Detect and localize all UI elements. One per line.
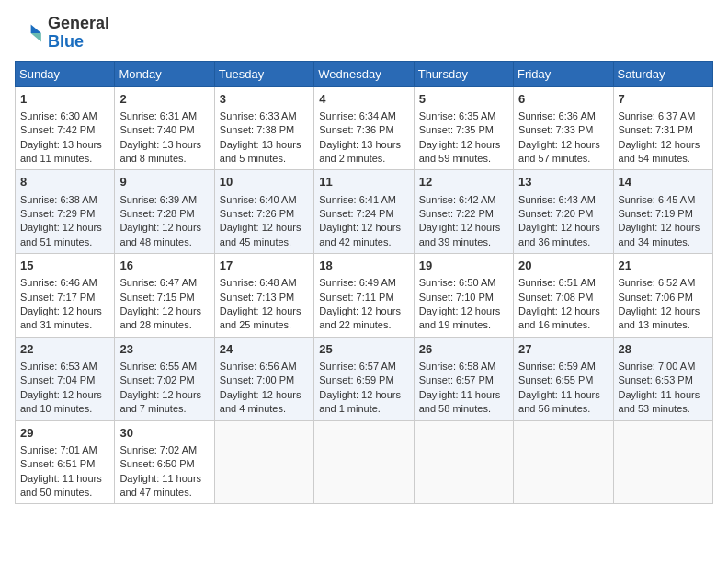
day-info: Daylight: 12 hours and 36 minutes. (518, 222, 600, 247)
table-row: 30Sunrise: 7:02 AMSunset: 6:50 PMDayligh… (115, 420, 214, 504)
day-info: Sunset: 7:28 PM (119, 208, 194, 219)
col-saturday: Saturday (613, 61, 712, 86)
day-number: 14 (619, 174, 708, 190)
day-info: Daylight: 12 hours and 48 minutes. (119, 222, 201, 247)
col-wednesday: Wednesday (314, 61, 414, 86)
day-info: Daylight: 12 hours and 25 minutes. (220, 305, 301, 330)
day-info: Daylight: 11 hours and 53 minutes. (619, 389, 700, 414)
day-info: Sunset: 7:29 PM (20, 208, 95, 219)
day-info: Daylight: 12 hours and 59 minutes. (419, 139, 501, 164)
day-info: Sunrise: 6:53 AM (20, 361, 97, 372)
day-info: Sunrise: 6:49 AM (319, 277, 396, 288)
table-row: 8Sunrise: 6:38 AMSunset: 7:29 PMDaylight… (16, 170, 115, 254)
day-info: Sunrise: 6:51 AM (518, 277, 596, 288)
table-row (613, 420, 712, 504)
day-number: 26 (419, 341, 508, 358)
day-info: Daylight: 13 hours and 2 minutes. (319, 139, 401, 164)
day-number: 21 (619, 258, 708, 274)
table-row: 6Sunrise: 6:36 AMSunset: 7:33 PMDaylight… (514, 86, 613, 170)
svg-marker-1 (31, 33, 41, 42)
day-info: Sunrise: 6:34 AM (319, 110, 396, 121)
table-row: 18Sunrise: 6:49 AMSunset: 7:11 PMDayligh… (314, 254, 414, 338)
table-row: 26Sunrise: 6:58 AMSunset: 6:57 PMDayligh… (414, 337, 513, 420)
day-info: Sunset: 7:24 PM (319, 208, 393, 219)
calendar-row-4: 29Sunrise: 7:01 AMSunset: 6:51 PMDayligh… (16, 420, 713, 504)
day-info: Sunrise: 6:31 AM (119, 110, 197, 121)
day-info: Sunset: 7:19 PM (619, 208, 693, 219)
day-number: 18 (319, 258, 408, 274)
day-number: 9 (119, 174, 209, 190)
day-info: Daylight: 12 hours and 28 minutes. (119, 305, 201, 330)
day-number: 3 (220, 91, 309, 108)
day-number: 16 (119, 258, 209, 274)
day-info: Sunset: 7:20 PM (518, 208, 593, 219)
table-row: 23Sunrise: 6:55 AMSunset: 7:02 PMDayligh… (115, 337, 214, 420)
day-info: Daylight: 12 hours and 34 minutes. (619, 222, 700, 247)
day-info: Sunset: 7:42 PM (20, 124, 95, 135)
day-number: 11 (319, 174, 408, 190)
day-info: Sunset: 6:53 PM (619, 374, 693, 385)
day-info: Sunset: 7:31 PM (619, 124, 693, 135)
day-info: Sunset: 7:13 PM (220, 292, 294, 303)
day-info: Sunset: 6:57 PM (419, 374, 494, 385)
table-row: 29Sunrise: 7:01 AMSunset: 6:51 PMDayligh… (16, 420, 115, 504)
table-row: 11Sunrise: 6:41 AMSunset: 7:24 PMDayligh… (314, 170, 414, 254)
day-info: Sunset: 7:15 PM (119, 292, 194, 303)
day-number: 1 (20, 91, 109, 108)
table-row: 24Sunrise: 6:56 AMSunset: 7:00 PMDayligh… (214, 337, 313, 420)
table-row: 5Sunrise: 6:35 AMSunset: 7:35 PMDaylight… (414, 86, 513, 170)
table-row (414, 420, 513, 504)
calendar-row-2: 15Sunrise: 6:46 AMSunset: 7:17 PMDayligh… (16, 254, 713, 338)
calendar-table: Sunday Monday Tuesday Wednesday Thursday… (15, 61, 713, 505)
logo-icon (15, 18, 44, 48)
day-number: 13 (518, 174, 608, 190)
day-info: Sunset: 7:40 PM (119, 124, 194, 135)
day-info: Sunset: 7:38 PM (220, 124, 294, 135)
day-info: Sunset: 7:22 PM (419, 208, 494, 219)
calendar-row-0: 1Sunrise: 6:30 AMSunset: 7:42 PMDaylight… (16, 86, 713, 170)
day-info: Sunset: 6:50 PM (119, 458, 194, 469)
table-row: 20Sunrise: 6:51 AMSunset: 7:08 PMDayligh… (514, 254, 613, 338)
day-number: 23 (119, 341, 209, 358)
day-info: Daylight: 12 hours and 42 minutes. (319, 222, 401, 247)
day-info: Sunrise: 7:02 AM (119, 444, 197, 455)
day-info: Daylight: 12 hours and 19 minutes. (419, 305, 501, 330)
day-info: Daylight: 11 hours and 58 minutes. (419, 389, 501, 414)
day-number: 17 (220, 258, 309, 274)
day-info: Sunset: 7:06 PM (619, 292, 693, 303)
day-info: Sunrise: 6:39 AM (119, 194, 197, 205)
day-info: Sunrise: 6:46 AM (20, 277, 97, 288)
day-info: Sunrise: 6:58 AM (419, 361, 496, 372)
day-info: Sunrise: 6:36 AM (518, 110, 596, 121)
table-row: 22Sunrise: 6:53 AMSunset: 7:04 PMDayligh… (16, 337, 115, 420)
day-info: Sunrise: 7:00 AM (619, 361, 696, 372)
day-info: Sunset: 7:02 PM (119, 374, 194, 385)
calendar-row-1: 8Sunrise: 6:38 AMSunset: 7:29 PMDaylight… (16, 170, 713, 254)
day-info: Sunrise: 6:59 AM (518, 361, 596, 372)
table-row: 21Sunrise: 6:52 AMSunset: 7:06 PMDayligh… (613, 254, 712, 338)
day-number: 5 (419, 91, 508, 108)
table-row: 13Sunrise: 6:43 AMSunset: 7:20 PMDayligh… (514, 170, 613, 254)
day-info: Sunset: 7:35 PM (419, 124, 494, 135)
day-info: Daylight: 11 hours and 56 minutes. (518, 389, 600, 414)
day-number: 20 (518, 258, 608, 274)
day-info: Daylight: 12 hours and 54 minutes. (619, 139, 700, 164)
day-info: Daylight: 13 hours and 11 minutes. (20, 139, 102, 164)
day-info: Daylight: 12 hours and 13 minutes. (619, 305, 700, 330)
day-number: 28 (619, 341, 708, 358)
table-row: 17Sunrise: 6:48 AMSunset: 7:13 PMDayligh… (214, 254, 313, 338)
day-info: Sunset: 6:51 PM (20, 458, 95, 469)
day-info: Daylight: 12 hours and 31 minutes. (20, 305, 102, 330)
day-info: Daylight: 12 hours and 1 minute. (319, 389, 401, 414)
table-row: 14Sunrise: 6:45 AMSunset: 7:19 PMDayligh… (613, 170, 712, 254)
day-info: Sunrise: 6:52 AM (619, 277, 696, 288)
table-row: 3Sunrise: 6:33 AMSunset: 7:38 PMDaylight… (214, 86, 313, 170)
day-info: Sunset: 6:55 PM (518, 374, 593, 385)
calendar-row-3: 22Sunrise: 6:53 AMSunset: 7:04 PMDayligh… (16, 337, 713, 420)
table-row: 1Sunrise: 6:30 AMSunset: 7:42 PMDaylight… (16, 86, 115, 170)
day-info: Sunrise: 6:41 AM (319, 194, 396, 205)
table-row: 28Sunrise: 7:00 AMSunset: 6:53 PMDayligh… (613, 337, 712, 420)
table-row: 16Sunrise: 6:47 AMSunset: 7:15 PMDayligh… (115, 254, 214, 338)
day-info: Sunset: 7:11 PM (319, 292, 393, 303)
day-number: 25 (319, 341, 408, 358)
